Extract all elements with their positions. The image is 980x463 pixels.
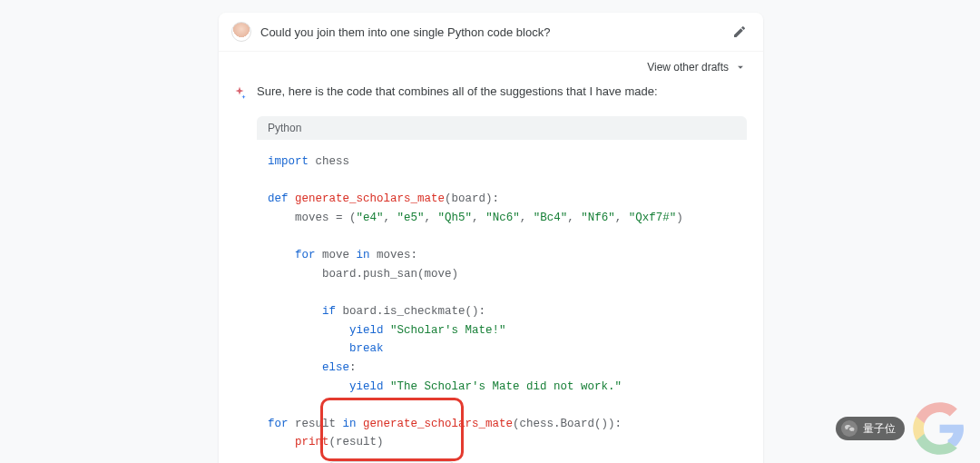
prompt-row: Could you join them into one single Pyth… xyxy=(219,13,763,52)
code-block: Python import chess def generate_scholar… xyxy=(257,116,747,454)
action-bar: Use code with Export to Colab xyxy=(219,454,763,463)
code-body: import chess def generate_scholars_mate(… xyxy=(257,140,747,454)
user-prompt-text: Could you join them into one single Pyth… xyxy=(260,25,732,39)
code-language-label: Python xyxy=(257,116,747,140)
watermark-bubble: 量子位 xyxy=(836,417,905,440)
chat-card: Could you join them into one single Pyth… xyxy=(219,13,763,463)
wechat-icon xyxy=(841,420,858,437)
google-logo-watermark xyxy=(912,401,966,456)
watermark-text: 量子位 xyxy=(863,421,896,437)
view-drafts-button[interactable]: View other drafts xyxy=(219,52,763,81)
view-drafts-label: View other drafts xyxy=(647,61,729,74)
sparkle-icon xyxy=(231,85,248,102)
edit-icon[interactable] xyxy=(732,25,747,39)
chevron-down-icon xyxy=(734,61,747,74)
watermark: 量子位 xyxy=(836,401,966,456)
user-avatar xyxy=(231,22,251,42)
assistant-row: Sure, here is the code that combines all… xyxy=(219,81,763,111)
assistant-intro-text: Sure, here is the code that combines all… xyxy=(257,84,658,98)
